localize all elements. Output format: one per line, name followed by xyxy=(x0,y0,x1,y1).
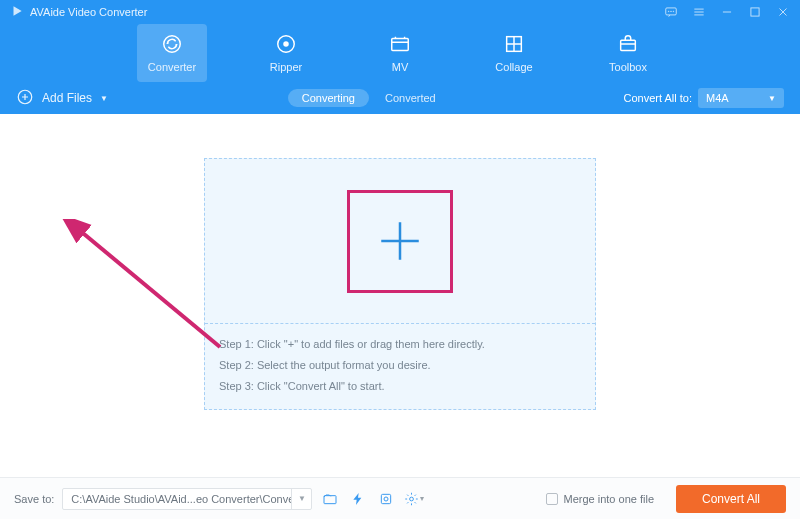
annotation-arrow xyxy=(48,219,228,359)
main-area: Step 1: Click "+" to add files or drag t… xyxy=(0,114,800,477)
save-path-select[interactable]: C:\AVAide Studio\AVAid...eo Converter\Co… xyxy=(62,488,312,510)
add-files-big-button[interactable] xyxy=(347,190,453,293)
convert-all-to: Convert All to: M4A ▼ xyxy=(624,88,784,108)
app-title: AVAide Video Converter xyxy=(30,6,147,18)
step-2: Step 2: Select the output format you des… xyxy=(219,355,581,376)
nav-label: Toolbox xyxy=(609,61,647,73)
converter-icon xyxy=(161,33,183,57)
svg-point-7 xyxy=(283,41,289,47)
nav-collage[interactable]: Collage xyxy=(479,24,549,82)
chevron-down-icon: ▼ xyxy=(768,94,776,103)
nav-ripper[interactable]: Ripper xyxy=(251,24,321,82)
nav-label: Ripper xyxy=(270,61,302,73)
convert-all-button[interactable]: Convert All xyxy=(676,485,786,513)
dropzone[interactable]: Step 1: Click "+" to add files or drag t… xyxy=(204,158,596,410)
svg-point-16 xyxy=(410,497,414,501)
plus-circle-icon xyxy=(16,88,34,109)
mv-icon xyxy=(389,33,411,57)
speed-icon[interactable] xyxy=(348,489,368,509)
svg-rect-8 xyxy=(392,39,409,51)
convert-all-label: Convert All to: xyxy=(624,92,692,104)
svg-rect-14 xyxy=(382,494,391,503)
plus-icon xyxy=(375,216,425,266)
nav-label: Collage xyxy=(495,61,532,73)
svg-rect-13 xyxy=(324,495,336,503)
dropzone-top xyxy=(205,159,595,323)
add-files-button[interactable]: Add Files ▼ xyxy=(16,88,108,109)
titlebar: AVAide Video Converter xyxy=(0,0,800,24)
format-value: M4A xyxy=(706,92,729,104)
nav-mv[interactable]: MV xyxy=(365,24,435,82)
add-files-label: Add Files xyxy=(42,91,92,105)
close-icon[interactable] xyxy=(776,5,790,19)
format-select[interactable]: M4A ▼ xyxy=(698,88,784,108)
settings-icon[interactable]: ▾ xyxy=(404,489,424,509)
menu-icon[interactable] xyxy=(692,5,706,19)
svg-rect-4 xyxy=(751,8,759,16)
dropzone-steps: Step 1: Click "+" to add files or drag t… xyxy=(205,323,595,409)
svg-point-5 xyxy=(164,36,181,53)
feedback-icon[interactable] xyxy=(664,5,678,19)
nav-label: Converter xyxy=(148,61,196,73)
chevron-down-icon: ▼ xyxy=(100,94,108,103)
svg-point-1 xyxy=(668,11,669,12)
merge-label: Merge into one file xyxy=(564,493,655,505)
merge-checkbox[interactable]: Merge into one file xyxy=(546,493,655,505)
maximize-icon[interactable] xyxy=(748,5,762,19)
svg-rect-10 xyxy=(621,40,636,50)
save-path-value: C:\AVAide Studio\AVAid...eo Converter\Co… xyxy=(63,493,291,505)
svg-point-2 xyxy=(671,11,672,12)
app-logo: AVAide Video Converter xyxy=(10,4,147,20)
svg-point-15 xyxy=(384,497,388,501)
tab-converted[interactable]: Converted xyxy=(377,89,444,107)
step-1: Step 1: Click "+" to add files or drag t… xyxy=(219,334,581,355)
window-controls xyxy=(664,5,790,19)
step-3: Step 3: Click "Convert All" to start. xyxy=(219,376,581,397)
gpu-icon[interactable] xyxy=(376,489,396,509)
nav-label: MV xyxy=(392,61,409,73)
svg-line-12 xyxy=(78,229,220,347)
ripper-icon xyxy=(275,33,297,57)
collage-icon xyxy=(503,33,525,57)
footer: Save to: C:\AVAide Studio\AVAid...eo Con… xyxy=(0,477,800,519)
toolbox-icon xyxy=(617,33,639,57)
nav-converter[interactable]: Converter xyxy=(137,24,207,82)
chevron-down-icon[interactable]: ▼ xyxy=(291,489,311,509)
open-folder-button[interactable] xyxy=(320,489,340,509)
svg-point-3 xyxy=(673,11,674,12)
checkbox-icon xyxy=(546,493,558,505)
status-tabs: Converting Converted xyxy=(288,89,444,107)
minimize-icon[interactable] xyxy=(720,5,734,19)
save-to-label: Save to: xyxy=(14,493,54,505)
tab-converting[interactable]: Converting xyxy=(288,89,369,107)
subbar: Add Files ▼ Converting Converted Convert… xyxy=(0,82,800,114)
navbar: Converter Ripper MV Collage Toolbox xyxy=(0,24,800,82)
play-icon xyxy=(10,4,24,20)
nav-toolbox[interactable]: Toolbox xyxy=(593,24,663,82)
